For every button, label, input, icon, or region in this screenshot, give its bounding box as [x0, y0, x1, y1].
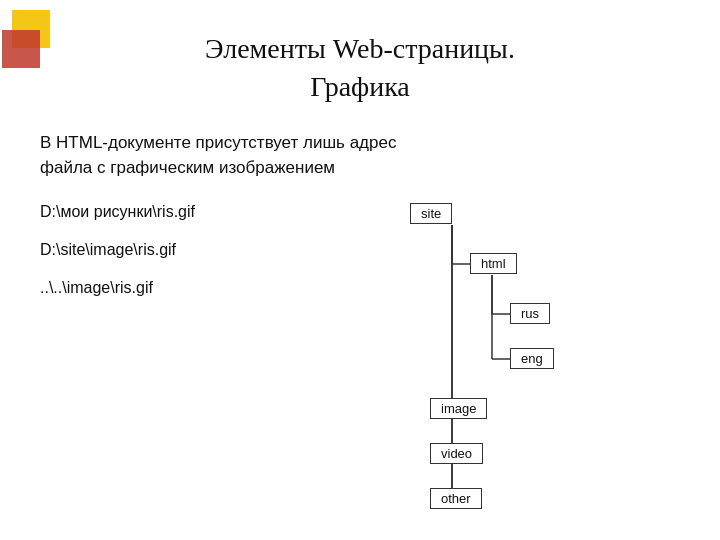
node-site: site	[410, 203, 452, 224]
node-eng: eng	[510, 348, 554, 369]
node-rus: rus	[510, 303, 550, 324]
slide-title: Элементы Web-страницы. Графика	[40, 20, 680, 106]
red-square	[2, 30, 40, 68]
tree-diagram: site html rus eng image video other	[370, 203, 630, 503]
body-text: В HTML-документе присутствует лишь адрес…	[40, 130, 400, 181]
node-html: html	[470, 253, 517, 274]
tree-lines	[370, 203, 630, 513]
content-area: D:\мои рисунки\ris.gif D:\site\image\ris…	[40, 203, 680, 503]
decorative-squares	[0, 0, 70, 100]
left-section: D:\мои рисунки\ris.gif D:\site\image\ris…	[40, 203, 340, 317]
title-line2: Графика	[310, 71, 410, 102]
title-line1: Элементы Web-страницы.	[205, 33, 515, 64]
path-3: ..\..\image\ris.gif	[40, 279, 340, 297]
node-other: other	[430, 488, 482, 509]
path-2: D:\site\image\ris.gif	[40, 241, 340, 259]
node-video: video	[430, 443, 483, 464]
right-section: site html rus eng image video other	[350, 203, 680, 503]
path-1: D:\мои рисунки\ris.gif	[40, 203, 340, 221]
node-image: image	[430, 398, 487, 419]
slide: Элементы Web-страницы. Графика В HTML-до…	[0, 0, 720, 540]
